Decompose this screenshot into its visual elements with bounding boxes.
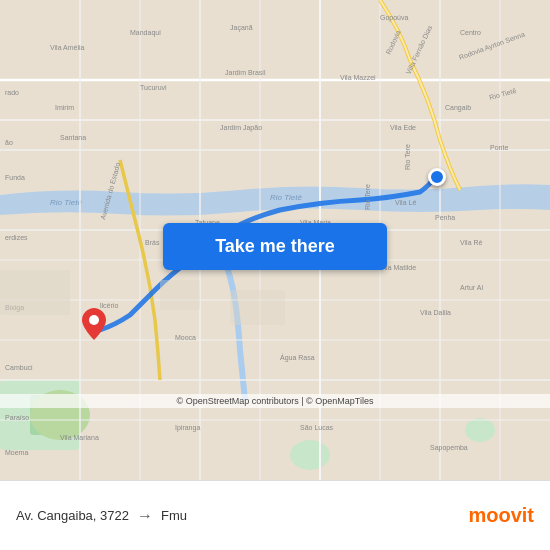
moovit-brand-text: moovit: [468, 504, 534, 527]
svg-rect-70: [0, 270, 70, 315]
svg-text:Vila Dalila: Vila Dalila: [420, 309, 451, 316]
map-attribution: © OpenStreetMap contributors | © OpenMap…: [0, 394, 550, 408]
svg-rect-71: [160, 280, 200, 310]
svg-text:Paraíso: Paraíso: [5, 414, 29, 421]
svg-text:Penha: Penha: [435, 214, 455, 221]
route-to: Fmu: [161, 508, 187, 523]
take-me-there-button[interactable]: Take me there: [163, 223, 387, 270]
svg-text:Vila Ré: Vila Ré: [460, 239, 483, 246]
svg-text:Moema: Moema: [5, 449, 28, 456]
svg-text:Mooca: Mooca: [175, 334, 196, 341]
svg-text:Jaçanã: Jaçanã: [230, 24, 253, 32]
svg-text:Funda: Funda: [5, 174, 25, 181]
svg-text:erdizes: erdizes: [5, 234, 28, 241]
route-arrow: →: [137, 507, 153, 525]
route-from: Av. Cangaiba, 3722: [16, 508, 129, 523]
svg-text:Vila Mazzei: Vila Mazzei: [340, 74, 376, 81]
svg-text:São Lucas: São Lucas: [300, 424, 334, 431]
svg-text:Jardim Brasil: Jardim Brasil: [225, 69, 266, 76]
svg-text:Gopoúva: Gopoúva: [380, 14, 409, 22]
svg-text:Tucuruvi: Tucuruvi: [140, 84, 167, 91]
svg-text:Vila Ede: Vila Ede: [390, 124, 416, 131]
svg-text:Jardim Japão: Jardim Japão: [220, 124, 262, 132]
svg-text:Mandaqui: Mandaqui: [130, 29, 161, 37]
svg-text:Centro: Centro: [460, 29, 481, 36]
svg-text:Imirim: Imirim: [55, 104, 74, 111]
svg-text:Cambuci: Cambuci: [5, 364, 33, 371]
svg-text:Ponte: Ponte: [490, 144, 508, 151]
svg-text:Água Rasa: Água Rasa: [280, 353, 315, 362]
svg-text:Rio Tere: Rio Tere: [404, 144, 411, 170]
svg-point-73: [89, 315, 99, 325]
svg-text:rado: rado: [5, 89, 19, 96]
svg-text:Cangaib: Cangaib: [445, 104, 471, 112]
svg-text:Ipiranga: Ipiranga: [175, 424, 200, 432]
svg-text:Vila Amélia: Vila Amélia: [50, 44, 85, 51]
moovit-logo: moovit: [468, 504, 534, 527]
svg-text:Rio Tietê: Rio Tietê: [270, 193, 302, 202]
svg-text:Brás: Brás: [145, 239, 160, 246]
svg-text:Vila Lé: Vila Lé: [395, 199, 416, 206]
svg-text:Rio Tere: Rio Tere: [364, 184, 371, 210]
svg-text:Artur Al: Artur Al: [460, 284, 483, 291]
svg-text:Santana: Santana: [60, 134, 86, 141]
bottom-bar: Av. Cangaiba, 3722 → Fmu moovit: [0, 480, 550, 550]
svg-point-6: [290, 440, 330, 470]
svg-text:ão: ão: [5, 139, 13, 146]
svg-text:Sapopemba: Sapopemba: [430, 444, 468, 452]
svg-rect-72: [230, 290, 285, 325]
svg-text:Rio Tietê: Rio Tietê: [50, 198, 82, 207]
svg-point-7: [465, 418, 495, 442]
map-container: Rio Tietê Rio Tietê: [0, 0, 550, 480]
destination-marker: [82, 308, 106, 340]
origin-marker: [428, 168, 446, 186]
svg-text:Vila Mariana: Vila Mariana: [60, 434, 99, 441]
